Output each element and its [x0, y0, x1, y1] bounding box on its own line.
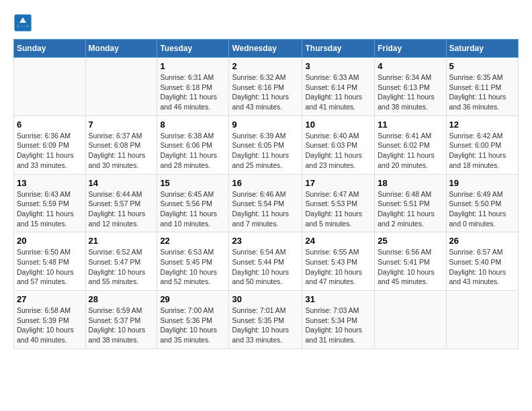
- day-info: Sunrise: 7:00 AMSunset: 5:36 PMDaylight:…: [160, 306, 226, 345]
- day-info: Sunrise: 6:39 AMSunset: 6:05 PMDaylight:…: [232, 131, 299, 171]
- calendar-cell: 15Sunrise: 6:45 AMSunset: 5:56 PMDayligh…: [157, 174, 229, 232]
- day-number: 22: [160, 236, 226, 246]
- day-number: 17: [305, 178, 371, 188]
- calendar-cell: [446, 291, 518, 349]
- day-info: Sunrise: 6:54 AMSunset: 5:44 PMDaylight:…: [232, 247, 299, 287]
- calendar-cell: [14, 58, 86, 116]
- day-info: Sunrise: 6:55 AMSunset: 5:43 PMDaylight:…: [305, 247, 371, 287]
- day-info: Sunrise: 6:43 AMSunset: 5:59 PMDaylight:…: [17, 189, 83, 229]
- day-number: 21: [89, 236, 154, 246]
- day-number: 8: [160, 120, 226, 130]
- day-number: 29: [160, 294, 226, 304]
- day-number: 5: [449, 61, 515, 71]
- day-info: Sunrise: 6:32 AMSunset: 6:16 PMDaylight:…: [232, 73, 299, 112]
- day-number: 27: [17, 294, 83, 304]
- calendar-cell: 4Sunrise: 6:34 AMSunset: 6:13 PMDaylight…: [375, 58, 446, 116]
- day-info: Sunrise: 6:34 AMSunset: 6:13 PMDaylight:…: [378, 73, 443, 112]
- calendar-cell: 21Sunrise: 6:52 AMSunset: 5:47 PMDayligh…: [85, 232, 157, 291]
- calendar-cell: [375, 291, 446, 349]
- day-info: Sunrise: 6:42 AMSunset: 6:00 PMDaylight:…: [449, 131, 515, 171]
- calendar-cell: 11Sunrise: 6:41 AMSunset: 6:02 PMDayligh…: [375, 116, 446, 174]
- day-number: 28: [89, 294, 154, 304]
- calendar-cell: 12Sunrise: 6:42 AMSunset: 6:00 PMDayligh…: [446, 116, 518, 174]
- calendar-cell: 6Sunrise: 6:36 AMSunset: 6:09 PMDaylight…: [14, 116, 86, 174]
- day-info: Sunrise: 6:41 AMSunset: 6:02 PMDaylight:…: [378, 131, 443, 171]
- day-info: Sunrise: 6:36 AMSunset: 6:09 PMDaylight:…: [17, 131, 83, 171]
- header-tuesday: Tuesday: [157, 40, 229, 58]
- day-number: 26: [449, 236, 515, 246]
- day-info: Sunrise: 6:47 AMSunset: 5:53 PMDaylight:…: [305, 189, 371, 229]
- logo-icon: [13, 13, 32, 32]
- day-info: Sunrise: 6:56 AMSunset: 5:41 PMDaylight:…: [378, 247, 443, 287]
- day-number: 11: [378, 120, 443, 130]
- week-row-4: 27Sunrise: 6:58 AMSunset: 5:39 PMDayligh…: [14, 291, 519, 349]
- calendar-cell: [85, 58, 157, 116]
- day-number: 15: [160, 178, 226, 188]
- week-row-1: 6Sunrise: 6:36 AMSunset: 6:09 PMDaylight…: [14, 116, 519, 174]
- week-row-2: 13Sunrise: 6:43 AMSunset: 5:59 PMDayligh…: [14, 174, 519, 232]
- day-number: 10: [305, 120, 371, 130]
- calendar-cell: 5Sunrise: 6:35 AMSunset: 6:11 PMDaylight…: [446, 58, 518, 116]
- calendar-cell: 18Sunrise: 6:48 AMSunset: 5:51 PMDayligh…: [375, 174, 446, 232]
- calendar-cell: 13Sunrise: 6:43 AMSunset: 5:59 PMDayligh…: [14, 174, 86, 232]
- calendar-cell: 27Sunrise: 6:58 AMSunset: 5:39 PMDayligh…: [14, 291, 86, 349]
- day-number: 1: [160, 61, 226, 71]
- page-header: [13, 13, 519, 32]
- header-monday: Monday: [85, 40, 157, 58]
- day-number: 30: [232, 294, 299, 304]
- header-row: SundayMondayTuesdayWednesdayThursdayFrid…: [14, 40, 519, 58]
- day-info: Sunrise: 7:01 AMSunset: 5:35 PMDaylight:…: [232, 306, 299, 345]
- calendar-cell: 22Sunrise: 6:53 AMSunset: 5:45 PMDayligh…: [157, 232, 229, 291]
- calendar-cell: 28Sunrise: 6:59 AMSunset: 5:37 PMDayligh…: [85, 291, 157, 349]
- header-friday: Friday: [375, 40, 446, 58]
- header-wednesday: Wednesday: [229, 40, 302, 58]
- day-info: Sunrise: 6:53 AMSunset: 5:45 PMDaylight:…: [160, 247, 226, 287]
- calendar-cell: 1Sunrise: 6:31 AMSunset: 6:18 PMDaylight…: [157, 58, 229, 116]
- calendar-cell: 25Sunrise: 6:56 AMSunset: 5:41 PMDayligh…: [375, 232, 446, 291]
- calendar-cell: 8Sunrise: 6:38 AMSunset: 6:06 PMDaylight…: [157, 116, 229, 174]
- calendar-cell: 19Sunrise: 6:49 AMSunset: 5:50 PMDayligh…: [446, 174, 518, 232]
- day-number: 25: [378, 236, 443, 246]
- day-info: Sunrise: 6:31 AMSunset: 6:18 PMDaylight:…: [160, 73, 226, 112]
- header-sunday: Sunday: [14, 40, 86, 58]
- calendar-cell: 7Sunrise: 6:37 AMSunset: 6:08 PMDaylight…: [85, 116, 157, 174]
- day-info: Sunrise: 6:46 AMSunset: 5:54 PMDaylight:…: [232, 189, 299, 229]
- day-info: Sunrise: 6:52 AMSunset: 5:47 PMDaylight:…: [89, 247, 154, 287]
- calendar-table: SundayMondayTuesdayWednesdayThursdayFrid…: [13, 39, 519, 349]
- day-number: 2: [232, 61, 299, 71]
- day-info: Sunrise: 6:48 AMSunset: 5:51 PMDaylight:…: [378, 189, 443, 229]
- week-row-3: 20Sunrise: 6:50 AMSunset: 5:48 PMDayligh…: [14, 232, 519, 291]
- calendar-cell: 30Sunrise: 7:01 AMSunset: 5:35 PMDayligh…: [229, 291, 302, 349]
- day-number: 12: [449, 120, 515, 130]
- week-row-0: 1Sunrise: 6:31 AMSunset: 6:18 PMDaylight…: [14, 58, 519, 116]
- day-info: Sunrise: 6:44 AMSunset: 5:57 PMDaylight:…: [89, 189, 154, 229]
- day-number: 6: [17, 120, 83, 130]
- day-number: 14: [89, 178, 154, 188]
- day-number: 4: [378, 61, 443, 71]
- day-number: 16: [232, 178, 299, 188]
- day-info: Sunrise: 6:40 AMSunset: 6:03 PMDaylight:…: [305, 131, 371, 171]
- day-info: Sunrise: 6:57 AMSunset: 5:40 PMDaylight:…: [449, 247, 515, 287]
- header-thursday: Thursday: [302, 40, 375, 58]
- calendar-cell: 17Sunrise: 6:47 AMSunset: 5:53 PMDayligh…: [302, 174, 375, 232]
- logo: [13, 13, 34, 32]
- calendar-cell: 31Sunrise: 7:03 AMSunset: 5:34 PMDayligh…: [302, 291, 375, 349]
- calendar-cell: 14Sunrise: 6:44 AMSunset: 5:57 PMDayligh…: [85, 174, 157, 232]
- day-info: Sunrise: 6:50 AMSunset: 5:48 PMDaylight:…: [17, 247, 83, 287]
- day-number: 18: [378, 178, 443, 188]
- calendar-cell: 3Sunrise: 6:33 AMSunset: 6:14 PMDaylight…: [302, 58, 375, 116]
- day-number: 19: [449, 178, 515, 188]
- day-number: 9: [232, 120, 299, 130]
- day-number: 7: [89, 120, 154, 130]
- svg-rect-2: [18, 23, 28, 27]
- calendar-cell: 26Sunrise: 6:57 AMSunset: 5:40 PMDayligh…: [446, 232, 518, 291]
- calendar-cell: 16Sunrise: 6:46 AMSunset: 5:54 PMDayligh…: [229, 174, 302, 232]
- day-info: Sunrise: 6:38 AMSunset: 6:06 PMDaylight:…: [160, 131, 226, 171]
- day-number: 23: [232, 236, 299, 246]
- day-info: Sunrise: 6:35 AMSunset: 6:11 PMDaylight:…: [449, 73, 515, 112]
- calendar-cell: 23Sunrise: 6:54 AMSunset: 5:44 PMDayligh…: [229, 232, 302, 291]
- calendar-cell: 10Sunrise: 6:40 AMSunset: 6:03 PMDayligh…: [302, 116, 375, 174]
- day-info: Sunrise: 6:59 AMSunset: 5:37 PMDaylight:…: [89, 306, 154, 345]
- day-info: Sunrise: 6:37 AMSunset: 6:08 PMDaylight:…: [89, 131, 154, 171]
- day-info: Sunrise: 6:33 AMSunset: 6:14 PMDaylight:…: [305, 73, 371, 112]
